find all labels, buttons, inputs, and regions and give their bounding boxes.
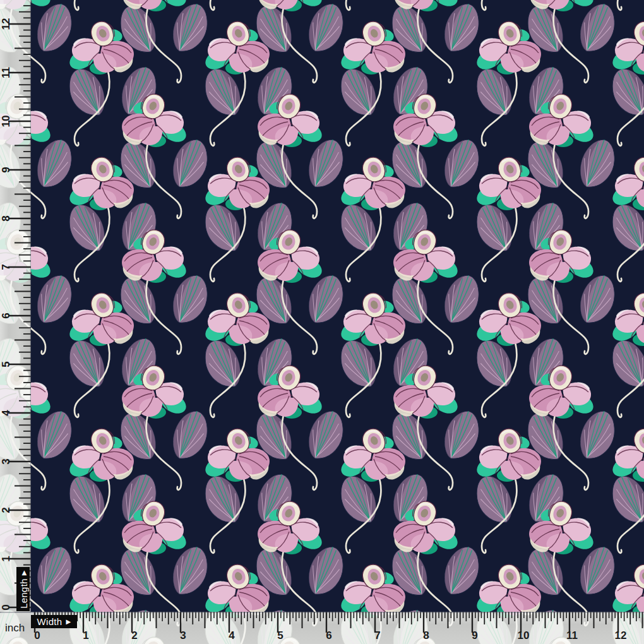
leaf [573,134,622,193]
horizontal-ruler-scale: 0123456789101112 [0,612,644,644]
floral-sprig-mirrored [248,0,350,83]
leaf [573,406,622,465]
width-ruler-number: 11 [566,629,578,641]
leaf [573,542,622,600]
floral-sprig-mirrored [112,0,214,83]
length-ruler-number: 7 [0,264,12,270]
length-ruler-number: 11 [0,67,12,78]
flower [31,363,54,419]
leaf [166,270,215,329]
leaf [438,406,486,465]
length-label: Length ▶ [16,567,30,611]
horizontal-ruler: 0123456789101112 [0,612,644,644]
width-ruler-number: 9 [472,629,477,641]
leaf [31,542,79,600]
floral-pattern [31,0,644,612]
width-ruler-number: 3 [180,629,186,641]
unit-label: inch [5,621,31,635]
width-ruler-number: 10 [518,629,530,641]
floral-sprig-mirrored [384,0,486,83]
length-ruler-number: 6 [0,313,12,318]
vertical-ruler: 0123456789101112 [0,0,31,612]
width-ruler-number: 0 [34,629,40,641]
leaf [31,0,79,58]
leaf [302,0,350,58]
leaf [166,406,215,465]
length-ruler-number: 2 [0,507,12,513]
flower [31,227,54,283]
leaf [438,0,486,58]
leaf [166,0,215,58]
fabric-swatch [31,0,644,612]
length-ruler-number: 3 [0,458,12,464]
length-ruler-number: 5 [0,361,12,367]
leaf [302,542,350,600]
leaf [31,406,79,465]
vertical-ruler-scale: 0123456789101112 [0,0,31,612]
leaf [31,134,79,193]
leaf [31,270,79,329]
width-ruler-number: 4 [229,629,235,641]
length-ruler-number: 8 [0,215,12,221]
width-label-text: Width [37,616,63,627]
leaf [166,542,215,600]
fabric-mockup: 0123456789101112 0123456789101112 Length… [0,0,644,644]
length-ruler-number: 9 [0,167,12,172]
leaf [302,406,350,465]
width-ruler-number: 5 [277,629,283,641]
floral-sprig-mirrored [520,0,621,83]
floral-sprig-mirrored [0,92,31,218]
length-ruler-number: 1 [0,556,12,561]
floral-sprig-mirrored [31,499,79,612]
leaf [302,134,350,193]
width-arrow-icon: ▶ [66,619,71,625]
length-label-text: Length [18,578,28,609]
width-ruler-number: 2 [131,629,137,641]
width-label: Width ▶ [31,615,77,628]
width-ruler-number: 6 [326,629,331,641]
width-ruler-number: 8 [423,629,429,641]
length-ruler-number: 0 [0,604,12,610]
leaf [438,542,486,600]
leaf [438,270,486,329]
leaf [166,134,215,193]
length-ruler-number: 12 [0,18,12,30]
length-ruler-number: 4 [0,410,12,416]
length-arrow-icon: ▶ [20,570,27,575]
flower [31,499,54,554]
length-ruler-number: 10 [0,116,12,128]
leaf [573,270,622,329]
width-ruler-number: 1 [83,629,88,641]
width-ruler-number: 7 [374,629,380,641]
floral-sprig-mirrored [31,0,79,83]
leaf [438,134,486,193]
leaf [573,0,622,58]
leaf [302,270,350,329]
width-ruler-number: 12 [615,629,627,641]
flower [31,92,54,147]
